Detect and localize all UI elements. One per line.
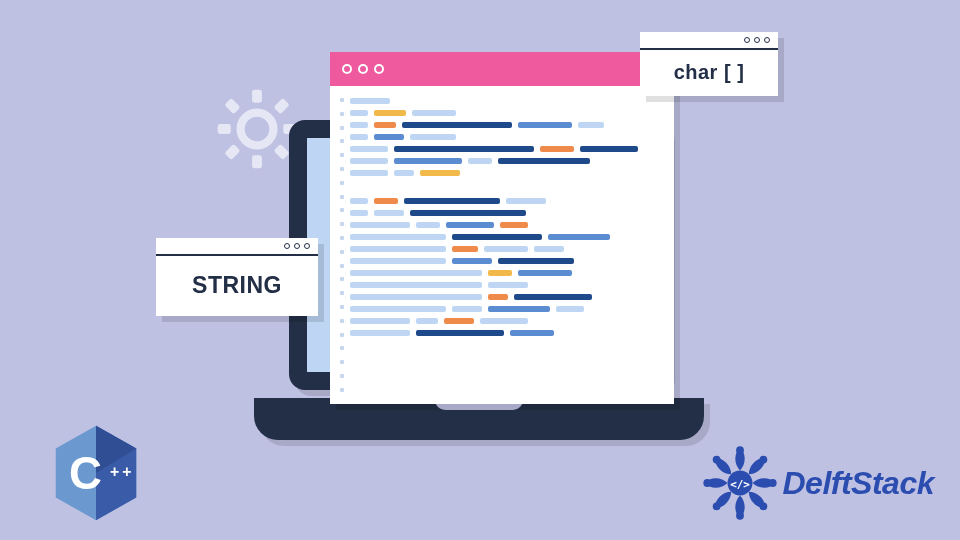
cpp-logo-icon: C + + xyxy=(52,424,140,522)
gutter-dot xyxy=(340,333,344,337)
gutter-dot xyxy=(340,374,344,378)
code-token xyxy=(488,306,550,312)
char-label: char [ ] xyxy=(640,50,778,94)
gutter-dot xyxy=(340,167,344,171)
gutter-dot xyxy=(340,195,344,199)
code-line xyxy=(350,134,660,140)
code-token xyxy=(480,318,528,324)
gutter-dot xyxy=(340,208,344,212)
code-line xyxy=(350,282,660,288)
delftstack-logo: </> DelftStack xyxy=(701,444,935,522)
code-token xyxy=(350,282,482,288)
code-token xyxy=(416,222,440,228)
code-line xyxy=(350,318,660,324)
code-token xyxy=(488,294,508,300)
gutter-dot xyxy=(340,346,344,350)
code-token xyxy=(452,246,478,252)
code-token xyxy=(518,122,572,128)
string-label: STRING xyxy=(156,256,318,314)
gutter-dot xyxy=(340,112,344,116)
code-editor-window xyxy=(330,52,674,404)
code-token xyxy=(484,246,528,252)
char-array-popup: char [ ] xyxy=(640,32,778,96)
code-token xyxy=(540,146,574,152)
code-token xyxy=(350,270,482,276)
editor-titlebar xyxy=(330,52,674,86)
svg-point-18 xyxy=(703,479,711,487)
code-line xyxy=(350,294,660,300)
gutter-dot xyxy=(340,264,344,268)
code-line xyxy=(350,270,660,276)
svg-rect-5 xyxy=(224,98,240,114)
code-token xyxy=(350,170,388,176)
code-token xyxy=(374,134,404,140)
window-dot-icon xyxy=(374,64,384,74)
code-token xyxy=(350,134,368,140)
svg-point-16 xyxy=(736,446,744,454)
code-token xyxy=(452,234,542,240)
code-token xyxy=(410,210,526,216)
gutter-dot xyxy=(340,360,344,364)
gutter-dot xyxy=(340,181,344,185)
svg-rect-7 xyxy=(224,144,240,160)
code-line xyxy=(350,222,660,228)
svg-point-22 xyxy=(759,503,767,511)
code-token xyxy=(350,158,388,164)
code-token xyxy=(580,146,638,152)
window-dot-icon xyxy=(284,243,290,249)
svg-text:</>: </> xyxy=(730,478,750,491)
code-lines xyxy=(350,98,660,336)
code-token xyxy=(556,306,584,312)
code-line xyxy=(350,306,660,312)
code-token xyxy=(402,122,512,128)
gutter-dot xyxy=(340,277,344,281)
code-token xyxy=(534,246,564,252)
code-line xyxy=(350,246,660,252)
code-token xyxy=(350,318,410,324)
code-token xyxy=(498,258,574,264)
code-token xyxy=(404,198,500,204)
code-token xyxy=(374,122,396,128)
gutter-dot xyxy=(340,291,344,295)
code-token xyxy=(350,146,388,152)
code-token xyxy=(350,198,368,204)
window-dot-icon xyxy=(754,37,760,43)
code-token xyxy=(374,210,404,216)
line-gutter xyxy=(340,98,344,392)
code-line xyxy=(350,158,660,164)
window-dot-icon xyxy=(304,243,310,249)
code-token xyxy=(452,258,492,264)
svg-text:+: + xyxy=(110,463,119,480)
code-line xyxy=(350,234,660,240)
code-token xyxy=(416,330,504,336)
code-token xyxy=(374,198,398,204)
gutter-dot xyxy=(340,98,344,102)
gutter-dot xyxy=(340,153,344,157)
svg-text:C: C xyxy=(69,448,102,499)
code-token xyxy=(350,306,446,312)
code-token xyxy=(420,170,460,176)
code-token xyxy=(394,146,534,152)
code-token xyxy=(412,110,456,116)
code-token xyxy=(578,122,604,128)
code-token xyxy=(350,330,410,336)
code-line xyxy=(350,146,660,152)
gutter-dot xyxy=(340,305,344,309)
code-token xyxy=(394,158,462,164)
mandala-icon: </> xyxy=(701,444,779,522)
code-token xyxy=(350,122,368,128)
string-popup: STRING xyxy=(156,238,318,316)
svg-rect-3 xyxy=(218,124,231,134)
code-token xyxy=(350,234,446,240)
code-token xyxy=(510,330,554,336)
svg-rect-6 xyxy=(273,98,289,114)
brand-name: DelftStack xyxy=(783,465,935,502)
gutter-dot xyxy=(340,250,344,254)
code-line xyxy=(350,110,660,116)
svg-point-21 xyxy=(712,456,720,464)
svg-point-23 xyxy=(712,503,720,511)
code-line xyxy=(350,258,660,264)
code-token xyxy=(498,158,590,164)
code-token xyxy=(374,110,406,116)
gutter-dot xyxy=(340,388,344,392)
